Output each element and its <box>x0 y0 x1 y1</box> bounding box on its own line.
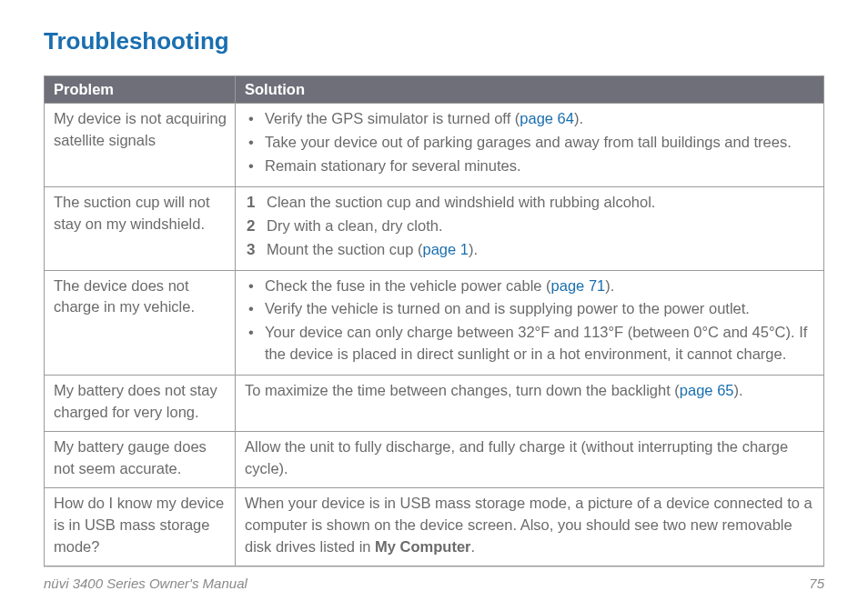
list-item: Verify the GPS simulator is turned off (… <box>245 108 816 130</box>
problem-cell: My battery does not stay charged for ver… <box>45 376 236 432</box>
text: Mount the suction cup ( <box>267 241 423 257</box>
bullet-list: Verify the GPS simulator is turned off (… <box>245 108 816 177</box>
col-header-problem: Problem <box>45 76 236 104</box>
list-item: Check the fuse in the vehicle power cabl… <box>245 275 816 297</box>
troubleshooting-table: Problem Solution My device is not acquir… <box>44 75 824 566</box>
col-header-solution: Solution <box>236 76 824 104</box>
footer-divider <box>44 566 824 567</box>
page-link[interactable]: page 65 <box>680 382 734 398</box>
page-link[interactable]: page 64 <box>520 110 574 126</box>
solution-cell: Check the fuse in the vehicle power cabl… <box>236 270 824 376</box>
table-row: The device does not charge in my vehicle… <box>45 270 824 376</box>
text: Check the fuse in the vehicle power cabl… <box>265 277 551 294</box>
table-row: My battery does not stay charged for ver… <box>45 376 824 432</box>
problem-cell: How do I know my device is in USB mass s… <box>45 487 236 566</box>
list-item: Take your device out of parking garages … <box>245 132 816 154</box>
table-row: My battery gauge does not seem accurate.… <box>45 432 824 488</box>
numbered-list: Clean the suction cup and windshield wit… <box>245 192 816 261</box>
manual-title: nüvi 3400 Series Owner's Manual <box>44 576 247 591</box>
table-row: The suction cup will not stay on my wind… <box>45 186 824 270</box>
list-item: Clean the suction cup and windshield wit… <box>245 192 816 214</box>
solution-cell: Clean the suction cup and windshield wit… <box>236 186 824 270</box>
page-footer: nüvi 3400 Series Owner's Manual 75 <box>44 576 824 591</box>
table-row: How do I know my device is in USB mass s… <box>45 487 824 566</box>
problem-cell: The suction cup will not stay on my wind… <box>45 186 236 270</box>
page-link[interactable]: page 71 <box>551 277 606 294</box>
solution-cell: Allow the unit to fully discharge, and f… <box>236 432 824 488</box>
text: ). <box>605 277 614 294</box>
list-item: Remain stationary for several minutes. <box>245 155 816 177</box>
list-item: Your device can only charge between 32°F… <box>245 322 816 366</box>
solution-cell: Verify the GPS simulator is turned off (… <box>236 104 824 187</box>
bold-text: My Computer <box>375 538 470 555</box>
text: ). <box>734 382 743 398</box>
page-title: Troubleshooting <box>44 27 824 55</box>
problem-cell: My battery gauge does not seem accurate. <box>45 432 236 488</box>
text: Verify the GPS simulator is turned off ( <box>265 110 520 126</box>
table-header-row: Problem Solution <box>45 76 824 104</box>
page-link[interactable]: page 1 <box>423 241 469 257</box>
text: . <box>470 538 475 555</box>
problem-cell: The device does not charge in my vehicle… <box>45 270 236 376</box>
solution-cell: When your device is in USB mass storage … <box>236 487 824 566</box>
text: To maximize the time between changes, tu… <box>245 382 680 398</box>
list-item: Dry with a clean, dry cloth. <box>245 215 816 237</box>
text: When your device is in USB mass storage … <box>245 495 812 555</box>
bullet-list: Check the fuse in the vehicle power cabl… <box>245 275 816 366</box>
problem-cell: My device is not acquiring satellite sig… <box>45 104 236 187</box>
text: ). <box>574 110 583 126</box>
page-number: 75 <box>809 576 824 591</box>
table-row: My device is not acquiring satellite sig… <box>45 104 824 187</box>
list-item: Mount the suction cup (page 1). <box>245 239 816 261</box>
text: ). <box>469 241 478 257</box>
solution-cell: To maximize the time between changes, tu… <box>236 376 824 432</box>
list-item: Verify the vehicle is turned on and is s… <box>245 298 816 320</box>
